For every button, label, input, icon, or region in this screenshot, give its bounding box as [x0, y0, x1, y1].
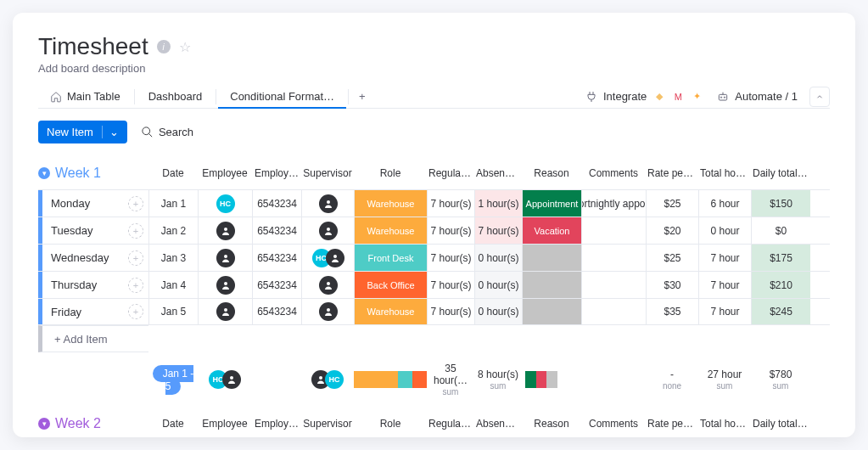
- col-employee-id[interactable]: Employ…: [252, 162, 301, 184]
- search-button[interactable]: Search: [141, 126, 193, 138]
- cell-reason[interactable]: [522, 299, 581, 324]
- tab-add[interactable]: +: [350, 85, 374, 108]
- cell-comments[interactable]: [581, 272, 646, 298]
- col-supervisor[interactable]: Supervisor: [301, 413, 354, 435]
- add-item-row[interactable]: + Add Item: [38, 325, 148, 352]
- add-update-icon[interactable]: +: [128, 304, 143, 319]
- add-update-icon[interactable]: +: [128, 196, 143, 211]
- cell-pay[interactable]: $245: [751, 299, 810, 324]
- cell-regular[interactable]: 7 hour(s): [427, 217, 474, 244]
- col-absences[interactable]: Absences: [474, 162, 522, 184]
- group-title-wrap[interactable]: ▾ Week 1: [38, 166, 148, 181]
- avatar-generic[interactable]: [326, 249, 344, 267]
- cell-supervisor[interactable]: [301, 272, 354, 298]
- cell-regular[interactable]: 7 hour(s): [427, 245, 474, 271]
- group-title[interactable]: Week 1: [55, 166, 101, 181]
- chevron-down-icon[interactable]: ⌄: [102, 126, 119, 138]
- row-name[interactable]: Thursday: [51, 278, 123, 291]
- col-regular[interactable]: Regular…: [427, 162, 474, 184]
- cell-reason[interactable]: [522, 245, 581, 271]
- integrate-button[interactable]: Integrate ◆ M ✦: [585, 89, 704, 104]
- col-role[interactable]: Role: [354, 162, 427, 184]
- col-employee-id[interactable]: Employ…: [252, 413, 301, 435]
- automate-button[interactable]: Automate / 1: [716, 90, 798, 104]
- cell-comments[interactable]: [581, 299, 646, 324]
- cell-employee[interactable]: HC: [198, 190, 252, 217]
- add-update-icon[interactable]: +: [128, 223, 143, 239]
- chevron-down-icon[interactable]: ▾: [38, 418, 50, 430]
- avatar-generic[interactable]: [216, 222, 235, 240]
- cell-rate[interactable]: $25: [646, 245, 698, 271]
- col-rate[interactable]: Rate per hour: [646, 162, 698, 184]
- cell-employee-id[interactable]: 6543234: [252, 217, 301, 244]
- add-update-icon[interactable]: +: [128, 250, 143, 266]
- col-comments[interactable]: Comments: [581, 162, 646, 184]
- cell-supervisor[interactable]: [301, 299, 354, 324]
- cell-rate[interactable]: $20: [646, 217, 698, 244]
- cell-employee[interactable]: [198, 245, 252, 271]
- avatar-generic[interactable]: [216, 302, 235, 321]
- cell-rate[interactable]: $25: [646, 190, 698, 217]
- group-title[interactable]: Week 2: [55, 416, 101, 431]
- cell-date[interactable]: Jan 2: [148, 217, 198, 244]
- new-item-button[interactable]: New Item ⌄: [38, 121, 127, 143]
- add-update-icon[interactable]: +: [128, 278, 143, 293]
- col-daily-pay[interactable]: Daily total pay: [751, 162, 810, 184]
- col-role[interactable]: Role: [354, 413, 427, 435]
- info-icon[interactable]: i: [157, 40, 171, 53]
- cell-role[interactable]: Warehouse: [354, 299, 427, 324]
- cell-absences[interactable]: 0 hour(s): [474, 272, 522, 298]
- cell-role[interactable]: Front Desk: [354, 245, 427, 271]
- cell-absences[interactable]: 0 hour(s): [474, 299, 522, 324]
- cell-reason[interactable]: [522, 272, 581, 298]
- cell-pay[interactable]: $0: [751, 217, 810, 244]
- cell-pay[interactable]: $150: [751, 190, 810, 217]
- cell-reason[interactable]: Vacation: [522, 217, 581, 244]
- cell-total-hours[interactable]: 0 hour: [698, 217, 751, 244]
- cell-reason[interactable]: Appointment: [522, 190, 581, 217]
- cell-supervisor[interactable]: HC: [301, 245, 354, 271]
- cell-total-hours[interactable]: 6 hour: [698, 190, 751, 217]
- col-reason[interactable]: Reason: [522, 413, 581, 435]
- cell-date[interactable]: Jan 5: [148, 299, 198, 324]
- collapse-button[interactable]: [809, 87, 830, 107]
- row-name-cell[interactable]: Monday +: [38, 190, 148, 217]
- chevron-down-icon[interactable]: ▾: [38, 167, 50, 179]
- cell-comments[interactable]: [581, 245, 646, 271]
- cell-regular[interactable]: 7 hour(s): [427, 299, 474, 324]
- cell-comments[interactable]: Fortnightly appo…: [581, 190, 646, 217]
- avatar-generic[interactable]: [319, 222, 338, 240]
- star-icon[interactable]: ☆: [179, 39, 191, 55]
- row-name-cell[interactable]: Thursday +: [38, 272, 148, 298]
- cell-role[interactable]: Warehouse: [354, 190, 427, 217]
- cell-regular[interactable]: 7 hour(s): [427, 272, 474, 298]
- cell-employee-id[interactable]: 6543234: [252, 272, 301, 298]
- col-absences[interactable]: Absences: [474, 413, 522, 435]
- cell-employee-id[interactable]: 6543234: [252, 245, 301, 271]
- col-reason[interactable]: Reason: [522, 162, 581, 184]
- row-name-cell[interactable]: Tuesday +: [38, 217, 148, 244]
- cell-employee-id[interactable]: 6543234: [252, 299, 301, 324]
- col-employee[interactable]: Employee: [198, 162, 252, 184]
- group-title-wrap[interactable]: ▾ Week 2: [38, 416, 148, 431]
- col-supervisor[interactable]: Supervisor: [301, 162, 354, 184]
- date-range-pill[interactable]: Jan 1 - 5: [153, 365, 194, 395]
- cell-regular[interactable]: 7 hour(s): [427, 190, 474, 217]
- tab-dashboard[interactable]: Dashboard: [137, 85, 215, 108]
- col-date[interactable]: Date: [148, 413, 198, 435]
- cell-role[interactable]: Warehouse: [354, 217, 427, 244]
- row-name-cell[interactable]: Friday +: [38, 299, 148, 324]
- cell-supervisor[interactable]: [301, 217, 354, 244]
- cell-total-hours[interactable]: 7 hour: [698, 245, 751, 271]
- col-daily-pay[interactable]: Daily total pay: [751, 413, 810, 435]
- cell-employee[interactable]: [198, 272, 252, 298]
- row-name[interactable]: Friday: [51, 306, 123, 318]
- col-comments[interactable]: Comments: [581, 413, 646, 435]
- row-name[interactable]: Monday: [51, 197, 123, 210]
- cell-employee[interactable]: [198, 299, 252, 324]
- avatar-hc[interactable]: HC: [216, 194, 235, 213]
- row-name-cell[interactable]: Wednesday +: [38, 245, 148, 271]
- avatar-generic[interactable]: [216, 249, 235, 267]
- tab-conditional-formatting[interactable]: Conditional Format…: [218, 85, 346, 108]
- cell-employee-id[interactable]: 6543234: [252, 190, 301, 217]
